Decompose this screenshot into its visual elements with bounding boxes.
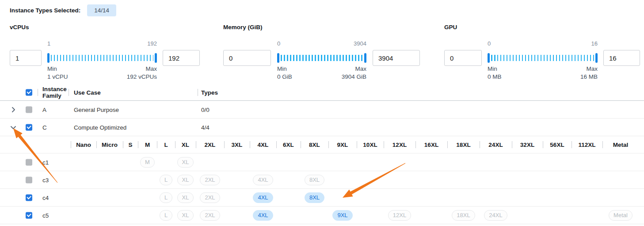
instance-row-c1: c1 M XL <box>0 153 644 171</box>
header-divider <box>69 89 69 96</box>
column-header-use-case: Use Case <box>74 89 101 96</box>
vcpus-max-input[interactable] <box>163 50 200 66</box>
size-column-header: 112XL <box>572 142 602 148</box>
size-badge[interactable]: 18XL <box>452 210 475 221</box>
size-column-header: 56XL <box>543 142 572 148</box>
size-badge[interactable]: L <box>160 192 172 203</box>
size-column-header: 3XL <box>224 142 250 148</box>
instance-name: c5 <box>42 212 68 218</box>
size-column-header: 9XL <box>328 142 357 148</box>
instance-row-c5: c5 L XL 2XL 4XL 9XL 12XL 18XL 24XL Metal <box>0 207 644 224</box>
size-badge[interactable]: XL <box>177 210 194 221</box>
memory-min-caption: Min0 GiB <box>277 65 292 81</box>
column-header-types: Types <box>201 89 218 96</box>
size-column-header: 12XL <box>384 142 415 148</box>
size-badge[interactable]: L <box>160 175 172 185</box>
gpu-min-caption: Min0 MB <box>488 65 502 81</box>
size-column-header: 4XL <box>250 142 276 148</box>
size-badge[interactable]: Metal <box>609 210 633 221</box>
instance-family-table: Instance Family Use Case Types A General… <box>0 84 644 224</box>
c4-checkbox[interactable] <box>26 194 32 201</box>
size-badge[interactable]: 2XL <box>200 210 220 221</box>
size-badge[interactable]: XL <box>177 175 194 185</box>
family-types-count: 4/4 <box>201 124 210 130</box>
table-header-row: Instance Family Use Case Types <box>0 84 644 101</box>
column-header-instance-family: Instance Family <box>42 86 68 99</box>
size-column-header: Metal <box>602 142 639 148</box>
size-badge-selected[interactable]: 9XL <box>332 210 352 221</box>
expand-chevron-right-icon[interactable] <box>10 106 17 113</box>
vcpus-min-caption: Min1 vCPU <box>47 65 68 81</box>
gpu-min-input[interactable] <box>444 50 482 66</box>
size-column-header: 6XL <box>276 142 301 148</box>
gpu-slider: 0 16 Min0 MB Max16 MB <box>488 50 598 66</box>
gpu-scale-max: 16 <box>591 40 598 47</box>
size-badge[interactable]: 8XL <box>305 175 324 185</box>
instance-row-c4: c4 L XL 2XL 4XL 8XL <box>0 189 644 207</box>
size-badge[interactable]: 2XL <box>200 192 220 203</box>
size-badge[interactable]: 12XL <box>388 210 411 221</box>
c1-checkbox[interactable] <box>26 159 32 165</box>
size-column-header: 16XL <box>415 142 447 148</box>
size-badge-selected[interactable]: 4XL <box>253 210 273 221</box>
memory-scale-min: 0 <box>277 40 280 47</box>
size-badge[interactable]: 24XL <box>484 210 507 221</box>
selection-count-badge: 14/14 <box>87 4 116 16</box>
memory-slider-ticks <box>281 55 363 61</box>
size-badge[interactable]: XL <box>177 192 194 203</box>
c3-checkbox[interactable] <box>26 176 32 183</box>
size-column-header: M <box>138 142 157 148</box>
family-letter: A <box>42 106 68 113</box>
size-column-header: Micro <box>96 142 123 148</box>
size-column-header: 32XL <box>512 142 543 148</box>
family-row-a: A General Purpose 0/0 <box>0 101 644 119</box>
family-c-checkbox[interactable] <box>26 124 32 130</box>
memory-slider-min-handle[interactable] <box>277 53 279 63</box>
memory-max-input[interactable] <box>373 50 420 66</box>
size-badge-selected[interactable]: 4XL <box>253 192 273 203</box>
selection-summary-label: Instance Types Selected: <box>10 7 80 14</box>
header-divider <box>38 89 38 96</box>
size-column-header: 2XL <box>196 142 224 148</box>
memory-max-caption: Max3904 GiB <box>342 65 366 81</box>
instance-name: c1 <box>42 159 68 165</box>
family-letter: C <box>42 124 68 130</box>
size-badge[interactable]: 4XL <box>253 175 273 185</box>
size-badge-selected[interactable]: 8XL <box>305 192 324 203</box>
memory-min-input[interactable] <box>223 50 271 66</box>
vcpus-slider-track <box>47 53 157 63</box>
gpu-slider-min-handle[interactable] <box>488 53 490 63</box>
instance-name: c4 <box>42 194 68 201</box>
size-column-header: S <box>123 142 138 148</box>
vcpus-slider-ticks <box>51 55 153 61</box>
size-badge[interactable]: L <box>160 210 172 221</box>
memory-slider-max-handle[interactable] <box>364 53 366 63</box>
gpu-label: GPU <box>444 24 457 31</box>
vcpus-label: vCPUs <box>10 24 29 31</box>
gpu-slider-ticks <box>491 55 594 61</box>
vcpus-slider-min-handle[interactable] <box>47 53 50 63</box>
gpu-filter-section: GPU 0 16 Min0 MB Max16 MB <box>444 22 640 80</box>
family-types-count: 0/0 <box>201 106 210 113</box>
gpu-slider-max-handle[interactable] <box>595 53 598 63</box>
size-badge[interactable]: M <box>140 157 155 168</box>
selection-summary: Instance Types Selected: 14/14 <box>10 4 116 16</box>
vcpus-scale-min: 1 <box>47 40 50 47</box>
size-column-header: Nano <box>71 142 96 148</box>
gpu-max-input[interactable] <box>603 50 640 66</box>
collapse-chevron-down-icon[interactable] <box>10 124 17 131</box>
size-column-header: 18XL <box>447 142 480 148</box>
vcpus-filter-section: vCPUs 1 192 Min1 vCPU Max192 vCPUs <box>10 22 200 80</box>
memory-filter-section: Memory (GiB) 0 3904 Min0 GiB Max3904 GiB <box>223 22 420 80</box>
size-badge[interactable]: XL <box>177 157 194 168</box>
family-use-case: General Purpose <box>74 106 119 113</box>
size-column-header: 10XL <box>357 142 384 148</box>
c5-checkbox[interactable] <box>26 212 32 218</box>
select-all-checkbox[interactable] <box>26 89 32 96</box>
memory-scale-max: 3904 <box>354 40 366 47</box>
gpu-max-caption: Max16 MB <box>580 65 598 81</box>
size-badge[interactable]: 2XL <box>200 175 220 185</box>
vcpus-min-input[interactable] <box>10 50 42 66</box>
vcpus-slider-max-handle[interactable] <box>155 53 157 63</box>
family-a-checkbox[interactable] <box>26 106 32 113</box>
